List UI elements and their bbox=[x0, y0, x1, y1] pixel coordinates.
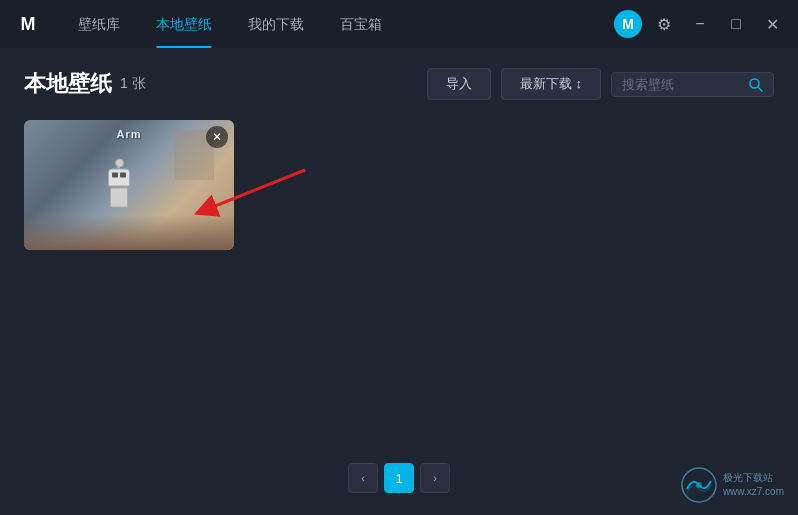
next-page-button[interactable]: › bbox=[420, 463, 450, 493]
maximize-button[interactable]: □ bbox=[722, 10, 750, 38]
main-nav: 壁纸库 本地壁纸 我的下载 百宝箱 bbox=[60, 0, 614, 48]
svg-line-3 bbox=[758, 87, 762, 91]
minimize-button[interactable]: − bbox=[686, 10, 714, 38]
search-input[interactable] bbox=[622, 77, 742, 92]
close-icon: ✕ bbox=[766, 15, 779, 34]
svg-point-7 bbox=[696, 482, 702, 488]
watermark-text: 极光下载站 www.xz7.com bbox=[723, 471, 784, 499]
prev-page-icon: ‹ bbox=[361, 472, 365, 484]
arm-label: Arm bbox=[116, 128, 141, 140]
sort-button[interactable]: 最新下载 ↕ bbox=[501, 68, 601, 100]
search-button[interactable] bbox=[748, 77, 763, 92]
close-button[interactable]: ✕ bbox=[758, 10, 786, 38]
settings-button[interactable]: ⚙ bbox=[650, 10, 678, 38]
nav-local-wallpaper[interactable]: 本地壁纸 bbox=[138, 0, 230, 48]
maximize-icon: □ bbox=[731, 15, 741, 33]
watermark: 极光下载站 www.xz7.com bbox=[681, 467, 784, 503]
main-content: 本地壁纸 1 张 导入 最新下载 ↕ bbox=[0, 48, 798, 270]
card-close-button[interactable]: ✕ bbox=[206, 126, 228, 148]
search-box bbox=[611, 72, 774, 97]
svg-text:M: M bbox=[21, 14, 36, 34]
scenery-ground bbox=[24, 215, 234, 250]
page-count: 1 张 bbox=[120, 75, 146, 93]
next-page-icon: › bbox=[433, 472, 437, 484]
gear-icon: ⚙ bbox=[657, 15, 671, 34]
robot-head bbox=[108, 169, 130, 187]
minimize-icon: − bbox=[695, 15, 704, 33]
wallpaper-card[interactable]: Arm ✕ bbox=[24, 120, 234, 250]
robot-character bbox=[108, 163, 130, 208]
watermark-brand: 极光下载站 bbox=[723, 471, 784, 485]
titlebar: M 壁纸库 本地壁纸 我的下载 百宝箱 M ⚙ − □ ✕ bbox=[0, 0, 798, 48]
app-logo[interactable]: M bbox=[12, 8, 44, 40]
wallpaper-grid: Arm ✕ bbox=[24, 120, 774, 250]
import-button[interactable]: 导入 bbox=[427, 68, 491, 100]
wallpaper-image: Arm bbox=[24, 120, 234, 250]
user-avatar[interactable]: M bbox=[614, 10, 642, 38]
page-header: 本地壁纸 1 张 导入 最新下载 ↕ bbox=[24, 68, 774, 100]
page-1-button[interactable]: 1 bbox=[384, 463, 414, 493]
watermark-logo-icon bbox=[681, 467, 717, 503]
header-actions: 导入 最新下载 ↕ bbox=[427, 68, 774, 100]
nav-my-download[interactable]: 我的下载 bbox=[230, 0, 322, 48]
titlebar-right: M ⚙ − □ ✕ bbox=[614, 10, 786, 38]
card-close-icon: ✕ bbox=[212, 130, 222, 144]
wallpaper-thumb: Arm bbox=[24, 120, 234, 250]
prev-page-button[interactable]: ‹ bbox=[348, 463, 378, 493]
nav-wallpaper-lib[interactable]: 壁纸库 bbox=[60, 0, 138, 48]
robot-body bbox=[110, 188, 128, 208]
sort-label: 最新下载 ↕ bbox=[520, 75, 582, 93]
watermark-site: www.xz7.com bbox=[723, 485, 784, 499]
page-1-label: 1 bbox=[395, 471, 402, 486]
nav-treasure-box[interactable]: 百宝箱 bbox=[322, 0, 400, 48]
page-title: 本地壁纸 bbox=[24, 69, 112, 99]
pagination: ‹ 1 › bbox=[348, 463, 450, 493]
